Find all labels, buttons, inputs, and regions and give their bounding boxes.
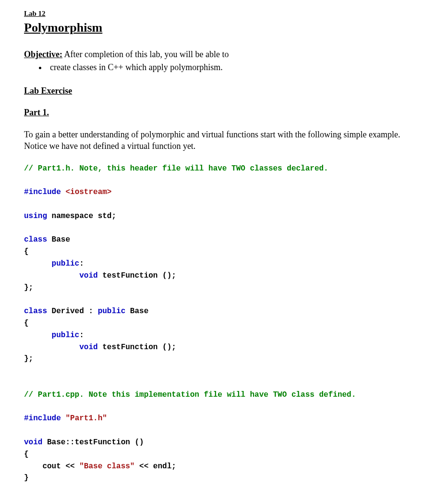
lab-exercise-heading: Lab Exercise — [24, 86, 424, 96]
code-comment: // Part1.cpp. Note this implementation f… — [24, 390, 356, 399]
lab-number: Lab 12 — [24, 10, 424, 18]
part1-heading: Part 1. — [24, 108, 424, 118]
code-keyword: class — [24, 307, 52, 316]
code-keyword: #include — [24, 188, 65, 196]
objective-bullet: create classes in C++ which apply polymo… — [47, 61, 424, 73]
code-text: testFunction (); — [102, 343, 176, 352]
code-indent — [24, 271, 79, 280]
code-text: { — [24, 450, 29, 459]
objective-label: Objective: — [24, 49, 62, 59]
code-header: <iostream> — [65, 188, 111, 196]
code-indent — [24, 259, 52, 268]
code-indent — [24, 331, 52, 340]
code-text: cout << — [42, 462, 79, 471]
code-text: }; — [24, 283, 33, 292]
code-keyword: class — [24, 235, 52, 244]
code-indent — [24, 343, 79, 352]
code-text: { — [24, 247, 29, 256]
objective-line: Objective: After completion of this lab,… — [24, 49, 424, 60]
code-text: : — [79, 331, 84, 340]
code-comment: // Part1.h. Note, this header file will … — [24, 164, 328, 173]
code-keyword: using — [24, 212, 52, 220]
code-text: Base::testFunction () — [47, 438, 144, 447]
code-keyword: public — [52, 259, 80, 268]
code-keyword: #include — [24, 414, 65, 423]
page-title: Polymorphism — [24, 21, 424, 35]
code-keyword: public — [52, 331, 80, 340]
code-text: testFunction (); — [102, 271, 176, 280]
code-keyword: void — [24, 438, 47, 447]
code-string: "Base class" — [79, 462, 134, 471]
code-block: // Part1.h. Note, this header file will … — [24, 163, 424, 488]
code-text: namespace std; — [52, 212, 116, 220]
document-page: Lab 12 Polymorphism Objective: After com… — [0, 0, 448, 488]
code-header: "Part1.h" — [65, 414, 107, 423]
code-indent — [24, 462, 42, 471]
code-text: }; — [24, 354, 33, 363]
code-text: { — [24, 319, 29, 328]
code-text: Base — [130, 307, 148, 316]
code-keyword: void — [79, 343, 102, 352]
objective-list: create classes in C++ which apply polymo… — [24, 61, 424, 73]
code-text: : — [79, 259, 84, 268]
code-text: << endl; — [134, 462, 176, 471]
code-text: Base — [52, 235, 70, 244]
objective-intro: After completion of this lab, you will b… — [62, 49, 229, 59]
code-keyword: public — [98, 307, 130, 316]
part1-paragraph: To gain a better understanding of polymo… — [24, 129, 424, 152]
code-keyword: void — [79, 271, 102, 280]
code-text: } — [24, 474, 29, 482]
code-text: Derived : — [52, 307, 98, 316]
